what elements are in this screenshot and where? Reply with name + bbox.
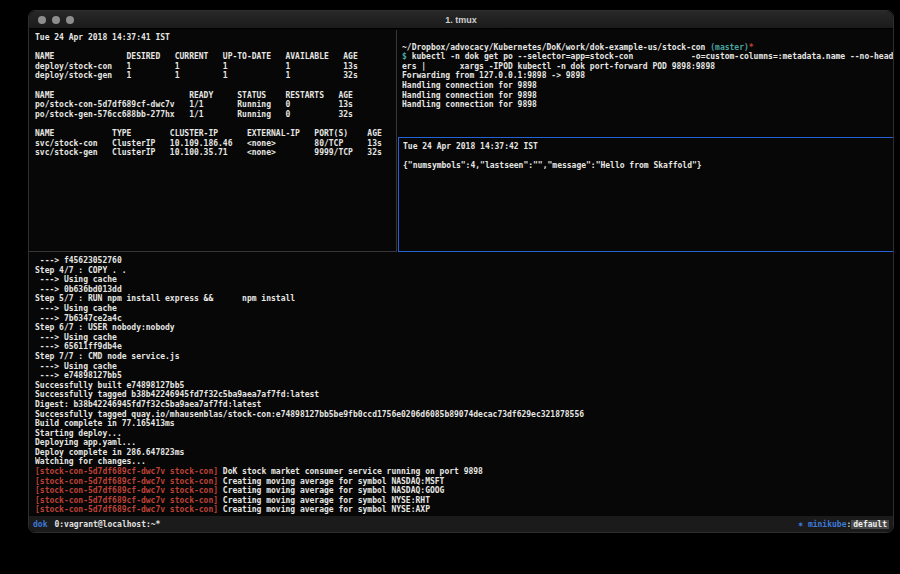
pane-port-forward[interactable]: ~/Dropbox/advocacy/Kubernetes/DoK/work/d… bbox=[398, 30, 893, 137]
minimize-button[interactable] bbox=[52, 16, 60, 24]
pane-curl-output-active[interactable]: Tue 24 Apr 2018 14:37:42 IST{"numsymbols… bbox=[398, 137, 893, 252]
terminal-line: Tue 24 Apr 2018 14:37:41 IST bbox=[35, 33, 396, 43]
terminal-line: ---> f45623052760 bbox=[35, 256, 893, 266]
pane-skaffold-build[interactable]: ---> f45623052760Step 4/7 : COPY . . ---… bbox=[29, 252, 893, 516]
terminal-line: ---> 0b636bd013dd bbox=[35, 285, 893, 295]
terminal-line: ---> Using cache bbox=[35, 304, 893, 314]
terminal-line bbox=[35, 81, 396, 91]
terminal-line: ---> Using cache bbox=[35, 275, 893, 285]
window-list-item-active[interactable]: 0:vagrant@localhost:~* bbox=[54, 520, 160, 529]
terminal-line: [stock-con-5d7df689cf-dwc7v stock-con] C… bbox=[35, 505, 893, 515]
terminal-line: ---> Using cache bbox=[35, 362, 893, 372]
terminal-line bbox=[402, 33, 893, 43]
status-right: ⎈ minikube : default bbox=[798, 520, 889, 529]
terminal-line: {"numsymbols":4,"lastseen":"","message":… bbox=[403, 161, 893, 171]
terminal-line bbox=[403, 152, 893, 162]
terminal-line: Tue 24 Apr 2018 14:37:42 IST bbox=[403, 142, 893, 152]
traffic-lights bbox=[38, 11, 74, 28]
tmux-status-bar: dok 0:vagrant@localhost:~* ⎈ minikube : … bbox=[29, 516, 893, 532]
terminal-line: deploy/stock-gen 1 1 1 1 32s bbox=[35, 71, 396, 81]
terminal-line: NAME READY STATUS RESTARTS AGE bbox=[35, 91, 396, 101]
close-button[interactable] bbox=[38, 16, 46, 24]
terminal-line: svc/stock-gen ClusterIP 10.100.35.71 <no… bbox=[35, 148, 396, 158]
terminal-line: Step 4/7 : COPY . . bbox=[35, 266, 893, 276]
terminal-line: $ kubectl -n dok get po --selector=app=s… bbox=[402, 52, 893, 62]
title-bar: 1. tmux bbox=[29, 11, 893, 29]
terminal-line: Successfully tagged quay.io/mhausenblas/… bbox=[35, 410, 893, 420]
terminal-line: [stock-con-5d7df689cf-dwc7v stock-con] C… bbox=[35, 486, 893, 496]
terminal-line bbox=[35, 43, 396, 53]
terminal-line: ---> e74898127bb5 bbox=[35, 371, 893, 381]
terminal-line: ers | xargs -IPOD kubectl -n dok port-fo… bbox=[402, 62, 893, 72]
terminal-line: Build complete in 77.165413ms bbox=[35, 419, 893, 429]
terminal-line: Forwarding from 127.0.0.1:9898 -> 9898 bbox=[402, 71, 893, 81]
terminal-line: [stock-con-5d7df689cf-dwc7v stock-con] C… bbox=[35, 496, 893, 506]
terminal-line: NAME TYPE CLUSTER-IP EXTERNAL-IP PORT(S)… bbox=[35, 129, 396, 139]
terminal-line: Handling connection for 9898 bbox=[402, 81, 893, 91]
terminal-line: [stock-con-5d7df689cf-dwc7v stock-con] C… bbox=[35, 477, 893, 487]
terminal-line: Watching for changes... bbox=[35, 457, 893, 467]
kube-context: minikube bbox=[803, 520, 846, 529]
terminal-line: svc/stock-con ClusterIP 10.109.186.46 <n… bbox=[35, 139, 396, 149]
terminal-line: deploy/stock-con 1 1 1 1 13s bbox=[35, 62, 396, 72]
terminal-window: 1. tmux Tue 24 Apr 2018 14:37:41 ISTNAME… bbox=[28, 10, 894, 533]
terminal-line: ---> 65611ff9db4e bbox=[35, 342, 893, 352]
tmux-session: Tue 24 Apr 2018 14:37:41 ISTNAME DESIRED… bbox=[29, 30, 893, 516]
session-name: dok bbox=[33, 520, 47, 529]
terminal-line bbox=[35, 119, 396, 129]
window-title: 1. tmux bbox=[29, 15, 893, 25]
terminal-line: po/stock-gen-576cc688bb-277hx 1/1 Runnin… bbox=[35, 110, 396, 120]
terminal-line: Handling connection for 9898 bbox=[402, 91, 893, 101]
terminal-line: Digest: b38b42246945fd7f32c5ba9aea7af7fd… bbox=[35, 400, 893, 410]
terminal-line: ---> 7b6347ce2a4c bbox=[35, 314, 893, 324]
terminal-line: Deploying app.yaml... bbox=[35, 438, 893, 448]
terminal-line: Deploy complete in 286.647823ms bbox=[35, 448, 893, 458]
terminal-line: po/stock-con-5d7df689cf-dwc7v 1/1 Runnin… bbox=[35, 100, 396, 110]
pane-kubectl-watch[interactable]: Tue 24 Apr 2018 14:37:41 ISTNAME DESIRED… bbox=[29, 30, 397, 252]
kube-namespace-badge: default bbox=[851, 520, 889, 529]
terminal-line: ~/Dropbox/advocacy/Kubernetes/DoK/work/d… bbox=[402, 43, 893, 53]
terminal-line: Step 7/7 : CMD node service.js bbox=[35, 352, 893, 362]
terminal-line: NAME DESIRED CURRENT UP-TO-DATE AVAILABL… bbox=[35, 52, 396, 62]
terminal-line: Starting deploy... bbox=[35, 429, 893, 439]
terminal-line: Step 6/7 : USER nobody:nobody bbox=[35, 323, 893, 333]
terminal-line: ---> Using cache bbox=[35, 333, 893, 343]
zoom-button[interactable] bbox=[66, 16, 74, 24]
terminal-line: Successfully built e74898127bb5 bbox=[35, 381, 893, 391]
terminal-line: Handling connection for 9898 bbox=[402, 100, 893, 110]
terminal-line: Successfully tagged b38b42246945fd7f32c5… bbox=[35, 390, 893, 400]
terminal-line: Step 5/7 : RUN npm install express && np… bbox=[35, 294, 893, 304]
terminal-line: [stock-con-5d7df689cf-dwc7v stock-con] D… bbox=[35, 467, 893, 477]
